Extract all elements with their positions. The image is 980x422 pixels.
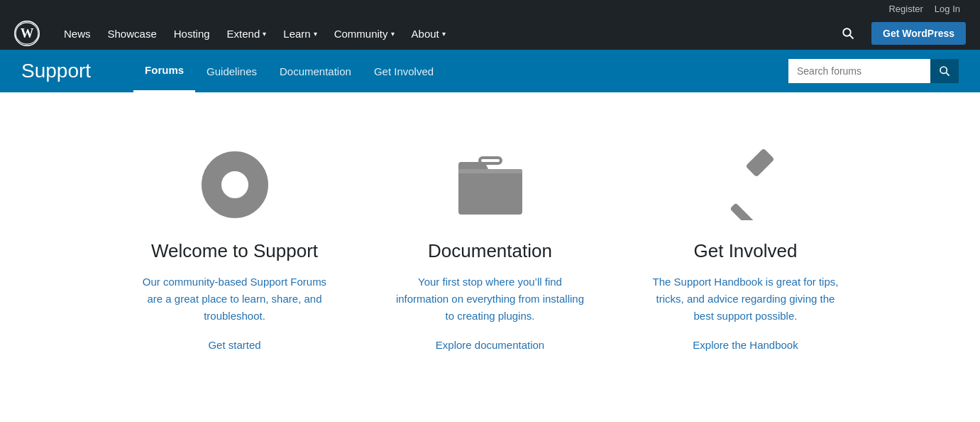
- documentation-card: Documentation Your first stop where you’…: [363, 135, 618, 365]
- hammer-icon: [710, 149, 781, 220]
- support-nav-get-involved[interactable]: Get Involved: [363, 50, 445, 92]
- nav-item-showcase[interactable]: Showcase: [101, 17, 164, 50]
- svg-rect-16: [745, 149, 774, 178]
- get-involved-title: Get Involved: [694, 240, 798, 262]
- lifesaver-icon: [199, 149, 270, 220]
- nav-item-hosting[interactable]: Hosting: [167, 17, 217, 50]
- explore-handbook-link[interactable]: Explore the Handbook: [693, 339, 798, 351]
- folder-icon: [455, 149, 526, 220]
- about-chevron: ▾: [442, 30, 446, 38]
- welcome-card: Welcome to Support Our community-based S…: [107, 135, 363, 365]
- documentation-title: Documentation: [428, 240, 552, 262]
- main-content: Welcome to Support Our community-based S…: [0, 92, 980, 422]
- search-button[interactable]: [836, 27, 860, 40]
- top-navigation: News Showcase Hosting Extend ▾ Learn ▾ C…: [57, 17, 836, 50]
- search-icon: [842, 27, 854, 40]
- support-nav-documentation[interactable]: Documentation: [268, 50, 363, 92]
- svg-rect-14: [480, 158, 501, 163]
- register-link[interactable]: Register: [883, 4, 928, 14]
- welcome-title: Welcome to Support: [151, 240, 318, 262]
- svg-point-2: [843, 28, 851, 36]
- svg-rect-15: [730, 202, 761, 220]
- get-started-link[interactable]: Get started: [208, 339, 260, 351]
- wordpress-logo[interactable]: W: [14, 21, 40, 46]
- get-involved-card: Get Involved The Support Handbook is gre…: [618, 135, 874, 365]
- top-nav-right: Get WordPress: [836, 22, 966, 45]
- get-involved-desc: The Support Handbook is great for tips, …: [646, 274, 845, 325]
- svg-line-3: [850, 36, 854, 39]
- support-title: Support: [21, 60, 91, 82]
- explore-documentation-link[interactable]: Explore documentation: [436, 339, 544, 351]
- support-nav-guidelines[interactable]: Guidelines: [195, 50, 268, 92]
- search-forums-input[interactable]: [788, 59, 930, 83]
- svg-point-4: [940, 67, 947, 73]
- svg-line-5: [946, 72, 949, 75]
- support-nav-forums[interactable]: Forums: [133, 50, 195, 92]
- nav-item-community[interactable]: Community ▾: [327, 17, 402, 50]
- search-forums-button[interactable]: [930, 59, 959, 83]
- nav-item-learn[interactable]: Learn ▾: [276, 17, 324, 50]
- search-submit-icon: [939, 65, 950, 77]
- login-link[interactable]: Log In: [929, 4, 966, 14]
- nav-item-extend[interactable]: Extend ▾: [220, 17, 274, 50]
- nav-item-news[interactable]: News: [57, 17, 98, 50]
- welcome-desc: Our community-based Support Forums are a…: [136, 274, 334, 325]
- support-navigation: Forums Guidelines Documentation Get Invo…: [133, 50, 788, 92]
- svg-rect-12: [458, 171, 522, 215]
- support-search: [788, 59, 959, 83]
- svg-rect-13: [458, 169, 522, 173]
- learn-chevron: ▾: [314, 30, 317, 38]
- svg-text:W: W: [21, 26, 34, 40]
- svg-point-7: [219, 169, 250, 200]
- documentation-desc: Your first stop where you’ll find inform…: [391, 274, 590, 325]
- get-wordpress-button[interactable]: Get WordPress: [871, 22, 966, 45]
- nav-item-about[interactable]: About ▾: [404, 17, 453, 50]
- community-chevron: ▾: [391, 30, 395, 38]
- cards-container: Welcome to Support Our community-based S…: [100, 135, 881, 365]
- auth-links: Register Log In: [883, 4, 966, 14]
- top-nav-bar: W News Showcase Hosting Extend ▾ Learn ▾…: [0, 17, 980, 50]
- support-bar: Support Forums Guidelines Documentation …: [0, 50, 980, 92]
- extend-chevron: ▾: [263, 30, 266, 38]
